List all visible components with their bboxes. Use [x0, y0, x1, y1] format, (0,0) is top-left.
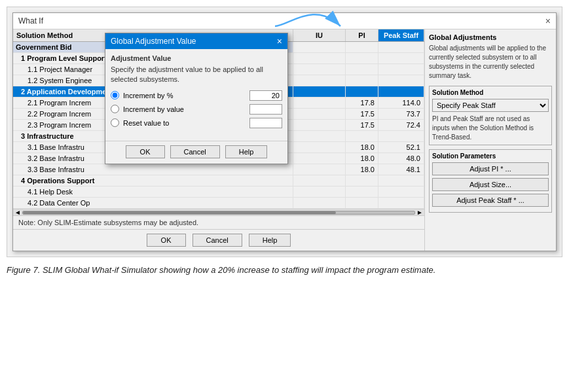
row-pi [346, 131, 378, 141]
row-pi: 17.5 [346, 109, 378, 119]
row-label: 4 Operations Support [13, 175, 293, 186]
dialog-section-title: Adjustment Value [111, 54, 282, 62]
increment-by-value-row: Increment by value [111, 104, 282, 115]
adjust-size-button[interactable]: Adjust Size... [432, 178, 549, 191]
solution-parameters-label: Solution Parameters [432, 152, 549, 160]
increment-by-value-input[interactable] [249, 104, 282, 115]
row-iu [293, 64, 346, 75]
global-adjustment-dialog: Global Adjustment Value × Adjustment Val… [105, 33, 288, 164]
right-panel-title: Global Adjustments [429, 33, 552, 41]
header-iu: IU [293, 29, 346, 41]
dialog-help-button[interactable]: Help [225, 145, 268, 158]
figure-caption-text: Figure 7. SLIM Global What-if Simulator … [7, 265, 435, 275]
row-iu [293, 142, 346, 152]
dialog-body: Adjustment Value Specify the adjustment … [105, 49, 287, 137]
row-peak [378, 175, 424, 186]
ok-button[interactable]: OK [147, 234, 186, 247]
row-peak: 48.0 [378, 153, 424, 164]
row-pi: 18.0 [346, 142, 378, 152]
row-pi [346, 75, 378, 86]
row-peak [378, 86, 424, 97]
dialog-description: Specify the adjustment value to be appli… [111, 65, 282, 85]
row-peak: 114.0 [378, 98, 424, 108]
help-button[interactable]: Help [249, 234, 291, 247]
table-row[interactable]: 4.2 Data Center Op [13, 198, 424, 209]
solution-method-section: Solution Method Specify Peak Staff Trend… [429, 86, 552, 145]
note-text: Note: Only SLIM-Estimate subsystems may … [13, 215, 424, 229]
cancel-button[interactable]: Cancel [193, 234, 242, 247]
solution-method-label: Solution Method [432, 89, 549, 96]
what-if-window: What If × Solution Method IU PI Peak Sta… [12, 12, 557, 251]
row-pi: 17.5 [346, 120, 378, 130]
increment-by-percent-row: Increment by % [111, 90, 282, 101]
dialog-title: Global Adjustment Value [111, 37, 196, 46]
dialog-titlebar: Global Adjustment Value × [105, 33, 287, 49]
row-pi [346, 86, 378, 97]
solution-method-info: PI and Peak Staff are not used as inputs… [432, 115, 549, 142]
row-peak [378, 75, 424, 86]
row-iu [293, 75, 346, 86]
right-panel-description: Global adjustments will be applied to th… [429, 44, 552, 80]
row-peak [378, 64, 424, 75]
reset-value-row: Reset value to [111, 118, 282, 128]
right-panel: Global Adjustments Global adjustments wi… [425, 29, 556, 251]
solution-method-select[interactable]: Specify Peak Staff Trend-Based Manual [432, 99, 549, 112]
row-peak [378, 187, 424, 197]
row-peak: 72.4 [378, 120, 424, 130]
row-iu [293, 153, 346, 164]
row-iu [293, 109, 346, 119]
window-close-button[interactable]: × [545, 16, 551, 26]
row-iu [293, 164, 346, 175]
table-row[interactable]: 3.3 Base Infrastru 18.0 48.1 [13, 164, 424, 175]
row-iu [293, 131, 346, 141]
solution-parameters-section: Solution Parameters Adjust PI * ... Adju… [429, 149, 552, 213]
scroll-left-arrow[interactable]: ◄ [14, 209, 21, 216]
figure-caption: Figure 7. SLIM Global What-if Simulator … [7, 264, 562, 277]
reset-value-radio[interactable] [111, 118, 119, 127]
increment-by-value-radio[interactable] [111, 105, 119, 113]
row-label: 3.3 Base Infrastru [13, 164, 293, 175]
row-iu [293, 86, 346, 97]
row-pi: 17.8 [346, 98, 378, 108]
dialog-cancel-button[interactable]: Cancel [170, 145, 220, 158]
increment-by-percent-radio[interactable] [111, 91, 119, 99]
row-pi: 18.0 [346, 164, 378, 175]
row-iu [293, 175, 346, 186]
dialog-overlay: Global Adjustment Value × Adjustment Val… [105, 33, 288, 164]
row-pi [346, 42, 378, 52]
row-iu [293, 120, 346, 130]
increment-by-value-label: Increment by value [123, 105, 249, 113]
dialog-ok-button[interactable]: OK [126, 145, 165, 158]
row-iu [293, 42, 346, 52]
header-peak-staff: Peak Staff [378, 29, 424, 41]
scroll-right-arrow[interactable]: ► [416, 209, 423, 216]
horizontal-scrollbar[interactable]: ◄ ► [13, 209, 424, 215]
table-row[interactable]: 4.1 Help Desk [13, 187, 424, 198]
row-label: 4.1 Help Desk [13, 187, 293, 197]
reset-value-label: Reset value to [123, 119, 249, 127]
bottom-buttons: OK Cancel Help [13, 229, 424, 251]
row-iu [293, 187, 346, 197]
reset-value-input[interactable] [249, 118, 282, 128]
row-peak [378, 131, 424, 141]
row-label: 4.2 Data Center Op [13, 198, 293, 208]
increment-by-percent-label: Increment by % [123, 92, 249, 99]
header-pi: PI [346, 29, 378, 41]
row-peak: 48.1 [378, 164, 424, 175]
window-titlebar: What If × [13, 13, 556, 29]
row-pi [346, 187, 378, 197]
adjust-peak-staff-button[interactable]: Adjust Peak Staff * ... [432, 194, 549, 207]
table-row[interactable]: 4 Operations Support [13, 175, 424, 187]
row-iu [293, 53, 346, 63]
screenshot-container: What If × Solution Method IU PI Peak Sta… [7, 7, 562, 257]
row-iu [293, 198, 346, 208]
row-pi [346, 64, 378, 75]
dialog-buttons: OK Cancel Help [105, 141, 287, 164]
row-iu [293, 98, 346, 108]
row-peak [378, 198, 424, 208]
dialog-close-button[interactable]: × [277, 36, 282, 46]
increment-by-percent-input[interactable] [249, 90, 282, 101]
row-pi: 18.0 [346, 153, 378, 164]
window-title: What If [18, 16, 43, 26]
adjust-pi-button[interactable]: Adjust PI * ... [432, 162, 549, 175]
